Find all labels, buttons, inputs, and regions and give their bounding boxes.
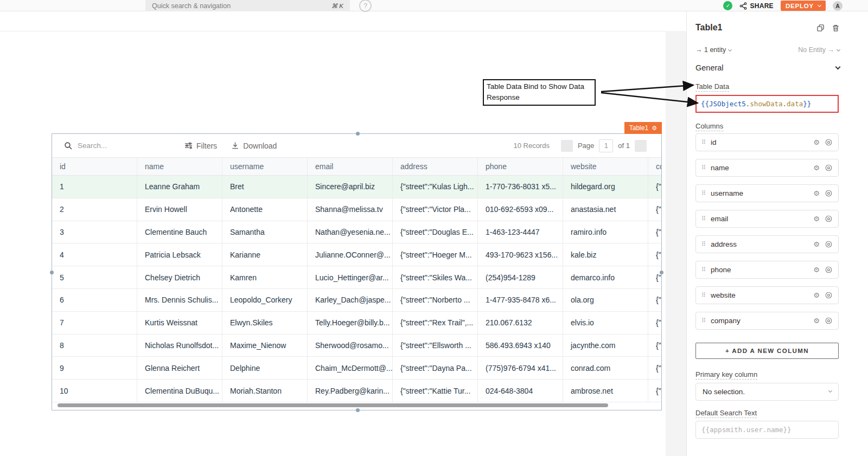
resize-handle-top[interactable] <box>356 132 360 136</box>
download-button[interactable]: Download <box>231 142 277 150</box>
table-row[interactable]: 4Patricia LebsackKarianneJulianne.OConne… <box>52 243 661 266</box>
drag-handle-icon[interactable]: ⠿ <box>701 292 706 299</box>
table-cell[interactable]: {"street":"Rex Trail",... <box>393 312 478 334</box>
table-cell[interactable]: {"street":"Victor Pla... <box>393 198 478 221</box>
table-cell[interactable]: 2 <box>52 198 137 221</box>
table-row[interactable]: 7Kurtis WeissnatElwyn.SkilesTelly.Hoeger… <box>52 312 661 335</box>
drag-handle-icon[interactable]: ⠿ <box>701 215 706 222</box>
table-cell[interactable]: Maxime_Nienow <box>222 335 308 357</box>
table-cell[interactable]: Telly.Hoeger@billy.b... <box>308 312 393 334</box>
table-cell[interactable]: 1 <box>52 176 137 198</box>
table-cell[interactable]: Bret <box>222 176 308 198</box>
table-cell[interactable]: 010-692-6593 x09... <box>478 198 563 221</box>
table-search-input[interactable]: Search... <box>64 142 184 150</box>
table-cell[interactable]: {" <box>648 266 661 288</box>
column-settings-icon[interactable]: ⚙ <box>813 138 820 146</box>
eye-icon[interactable] <box>825 291 833 299</box>
table-cell[interactable]: 6 <box>52 289 137 311</box>
delete-widget-icon[interactable] <box>832 24 840 32</box>
eye-icon[interactable] <box>825 266 833 274</box>
table-cell[interactable]: 493-170-9623 x156... <box>478 243 563 266</box>
table-cell[interactable]: 3 <box>52 221 137 243</box>
drag-handle-icon[interactable]: ⠿ <box>701 164 706 171</box>
table-cell[interactable]: kale.biz <box>563 243 648 266</box>
table-cell[interactable]: Elwyn.Skiles <box>222 312 308 334</box>
column-item-email[interactable]: ⠿email⚙ <box>695 210 839 228</box>
table-cell[interactable]: Chelsey Dietrich <box>137 266 222 288</box>
column-item-company[interactable]: ⠿company⚙ <box>695 312 839 330</box>
table-cell[interactable]: Glenna Reichert <box>137 357 222 379</box>
column-item-id[interactable]: ⠿id⚙ <box>695 133 839 151</box>
table-cell[interactable]: Patricia Lebsack <box>137 243 222 266</box>
default-search-input[interactable]: {{appsmith.user.name}} <box>695 421 839 439</box>
table-cell[interactable]: Kurtis Weissnat <box>137 312 222 334</box>
widget-settings-icon[interactable]: ⚙ <box>652 125 657 132</box>
column-settings-icon[interactable]: ⚙ <box>813 317 820 325</box>
column-settings-icon[interactable]: ⚙ <box>813 189 820 197</box>
table-cell[interactable]: (775)976-6794 x41... <box>478 357 563 379</box>
drag-handle-icon[interactable]: ⠿ <box>701 190 706 197</box>
column-settings-icon[interactable]: ⚙ <box>813 291 820 299</box>
table-row[interactable]: 10Clementina DuBuqu...Moriah.StantonRey.… <box>52 380 661 402</box>
table-cell[interactable]: Julianne.OConner@... <box>308 243 393 266</box>
table-cell[interactable]: Shanna@melissa.tv <box>308 198 393 221</box>
table-cell[interactable]: Sincere@april.biz <box>308 176 393 198</box>
column-settings-icon[interactable]: ⚙ <box>813 215 820 223</box>
table-cell[interactable]: 586.493.6943 x140 <box>478 335 563 357</box>
column-item-username[interactable]: ⠿username⚙ <box>695 184 839 202</box>
table-cell[interactable]: {" <box>648 312 661 334</box>
table-cell[interactable]: 10 <box>52 380 137 402</box>
table-cell[interactable]: ola.org <box>563 289 648 311</box>
deploy-button[interactable]: DEPLOY <box>781 1 826 11</box>
column-header-id[interactable]: id <box>52 158 137 175</box>
table-cell[interactable]: {" <box>648 289 661 311</box>
eye-icon[interactable] <box>825 189 833 197</box>
widget-name-tag[interactable]: Table1 ⚙ <box>624 122 662 134</box>
drag-handle-icon[interactable]: ⠿ <box>701 241 706 248</box>
table-cell[interactable]: jacynthe.com <box>563 335 648 357</box>
eye-icon[interactable] <box>825 317 833 325</box>
quick-search-input[interactable]: Quick search & navigation ⌘ K <box>145 0 350 11</box>
table-row[interactable]: 3Clementine BauchSamanthaNathan@yesenia.… <box>52 221 661 244</box>
column-item-name[interactable]: ⠿name⚙ <box>695 159 839 177</box>
column-settings-icon[interactable]: ⚙ <box>813 164 820 172</box>
table-cell[interactable]: 1-770-736-8031 x5... <box>478 176 563 198</box>
filters-button[interactable]: Filters <box>184 142 217 150</box>
table-cell[interactable]: 5 <box>52 266 137 288</box>
column-header-phone[interactable]: phone <box>478 158 563 175</box>
table-data-binding-input[interactable]: {{JSObject5.showData.data}} <box>695 95 839 113</box>
table-cell[interactable]: {" <box>648 176 661 198</box>
column-header-company[interactable]: company <box>648 158 661 175</box>
drag-handle-icon[interactable]: ⠿ <box>701 317 706 324</box>
table-cell[interactable]: Samantha <box>222 221 308 243</box>
table-cell[interactable]: 4 <box>52 243 137 266</box>
table-cell[interactable]: {"street":"Hoeger M... <box>393 243 478 266</box>
table-cell[interactable]: {" <box>648 357 661 379</box>
add-new-column-button[interactable]: + ADD A NEW COLUMN <box>695 343 839 359</box>
table-row[interactable]: 5Chelsey DietrichKamrenLucio_Hettinger@a… <box>52 266 661 289</box>
column-settings-icon[interactable]: ⚙ <box>813 266 820 274</box>
table-cell[interactable]: Delphine <box>222 357 308 379</box>
table-cell[interactable]: hildegard.org <box>563 176 648 198</box>
column-header-email[interactable]: email <box>308 158 393 175</box>
table-cell[interactable]: {"street":"Ellsworth ... <box>393 335 478 357</box>
incoming-entities[interactable]: → 1 entity <box>695 46 731 54</box>
column-header-name[interactable]: name <box>137 158 222 175</box>
table-row[interactable]: 8Nicholas Runolfsdot...Maxime_NienowSher… <box>52 335 661 357</box>
table-cell[interactable]: {"street":"Skiles Wa... <box>393 266 478 288</box>
table-cell[interactable]: 8 <box>52 335 137 357</box>
table-cell[interactable]: Mrs. Dennis Schulis... <box>137 289 222 311</box>
table-cell[interactable]: {"street":"Dayna Pa... <box>393 357 478 379</box>
column-item-address[interactable]: ⠿address⚙ <box>695 235 839 253</box>
table-cell[interactable]: ramiro.info <box>563 221 648 243</box>
table-cell[interactable]: Rey.Padberg@karin... <box>308 380 393 402</box>
avatar[interactable]: A <box>833 1 843 11</box>
table-row[interactable]: 2Ervin HowellAntonetteShanna@melissa.tv{… <box>52 198 661 221</box>
table-cell[interactable]: (254)954-1289 <box>478 266 563 288</box>
table-cell[interactable]: ambrose.net <box>563 380 648 402</box>
horizontal-scrollbar[interactable] <box>58 403 608 407</box>
table-cell[interactable]: 1-477-935-8478 x6... <box>478 289 563 311</box>
column-header-website[interactable]: website <box>563 158 648 175</box>
table-cell[interactable]: 024-648-3804 <box>478 380 563 402</box>
table-cell[interactable]: Chaim_McDermott@... <box>308 357 393 379</box>
